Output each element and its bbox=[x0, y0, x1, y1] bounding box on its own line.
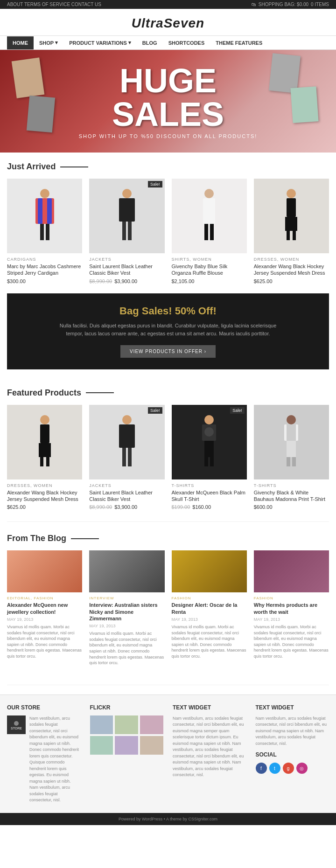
blog-card[interactable]: FASHION Designer Alert: Oscar de la Rent… bbox=[172, 550, 247, 666]
product-price: $300.00 bbox=[7, 278, 82, 284]
product-image: Sale! bbox=[172, 405, 247, 479]
cart-icon: 🛍 bbox=[252, 2, 256, 7]
product-category: CARDIGANS bbox=[7, 257, 82, 262]
svg-rect-11 bbox=[203, 198, 215, 224]
product-card[interactable]: T-SHIRTS Givenchy Black & White Bauhaus … bbox=[254, 405, 329, 510]
cart-area[interactable]: 🛍 SHOPPING BAG: $0.00 0 ITEMS bbox=[252, 2, 329, 7]
flickr-thumb[interactable] bbox=[90, 736, 113, 755]
product-image bbox=[7, 179, 82, 253]
product-price: $8,990.00$3,900.00 bbox=[89, 278, 164, 284]
hero-photo-2 bbox=[27, 96, 55, 133]
svg-rect-36 bbox=[287, 424, 296, 441]
blog-card[interactable]: FASHION Why Hermès products are worth th… bbox=[254, 550, 329, 666]
bag-sales-description: Nulla facilisi. Duis aliquet egestas pur… bbox=[51, 322, 285, 338]
nav-theme-features[interactable]: THEME FEATURES bbox=[210, 36, 268, 49]
site-logo[interactable]: UltraSeven bbox=[0, 16, 336, 31]
product-category: SHIRTS, WOMEN bbox=[172, 257, 247, 262]
blog-date: MAY 19, 2013 bbox=[7, 617, 82, 622]
hero-text: HUGE SALES SHOP WITH UP TO %50 DISCOUNT … bbox=[79, 64, 258, 139]
facebook-icon[interactable]: f bbox=[256, 763, 267, 774]
section-divider bbox=[7, 521, 329, 522]
product-category: DRESSES, WOMEN bbox=[254, 257, 329, 262]
product-card[interactable]: CARDIGANS Marc by Marc Jacobs Cashmere S… bbox=[7, 179, 82, 284]
svg-rect-2 bbox=[38, 198, 42, 224]
store-widget-title: Our Store bbox=[7, 704, 81, 711]
text-widget-1-title: Text Widget bbox=[173, 704, 246, 711]
blog-excerpt: Vivamus id mollis quam. Morbi ac sodales… bbox=[254, 624, 329, 660]
just-arrived-grid: CARDIGANS Marc by Marc Jacobs Cashmere S… bbox=[7, 179, 329, 284]
flickr-thumb[interactable] bbox=[140, 736, 163, 755]
svg-point-28 bbox=[204, 415, 214, 424]
svg-rect-25 bbox=[119, 424, 135, 448]
text-widget-2: Text Widget Nam vestibulum, arcu sodales… bbox=[256, 704, 329, 804]
just-arrived-title: Just Arrived bbox=[7, 162, 329, 172]
product-card[interactable]: DRESSES, WOMEN Alexander Wang Black Hock… bbox=[254, 179, 329, 284]
blog-card[interactable]: EDITORIAL, FASHION Alexander McQueen new… bbox=[7, 550, 82, 666]
svg-rect-3 bbox=[47, 198, 52, 224]
hero-photo-1 bbox=[12, 57, 45, 98]
product-category: DRESSES, WOMEN bbox=[7, 483, 82, 488]
spacer bbox=[0, 675, 336, 685]
svg-rect-16 bbox=[285, 217, 297, 231]
blog-image bbox=[172, 550, 247, 592]
svg-point-41 bbox=[14, 721, 19, 726]
product-card[interactable]: DRESSES, WOMEN Alexander Wang Black Hock… bbox=[7, 405, 82, 510]
items-count: 0 ITEMS bbox=[311, 2, 329, 7]
hero-line1: HUGE bbox=[79, 64, 258, 97]
view-products-button[interactable]: VIEW PRODUCTS IN OFFER › bbox=[120, 345, 216, 358]
product-card[interactable]: Sale! T-SHIRTS Alexander McQueen Black P… bbox=[172, 405, 247, 510]
nav-product-variations[interactable]: PRODUCT VARIATIONS ▾ bbox=[63, 36, 137, 49]
svg-point-6 bbox=[122, 189, 132, 198]
product-name: Saint Laurent Black Leather Classic Bike… bbox=[89, 489, 164, 503]
product-category: T-SHIRTS bbox=[254, 483, 329, 488]
sale-badge: Sale! bbox=[230, 407, 245, 414]
flickr-thumb[interactable] bbox=[90, 715, 113, 734]
top-bar: ABOUT TERMS OF SERVICE CONTACT US 🛍 SHOP… bbox=[0, 0, 336, 9]
nav-shortcodes[interactable]: SHORTCODES bbox=[163, 36, 210, 49]
nav-shop[interactable]: SHOP ▾ bbox=[34, 36, 63, 49]
nav-blog[interactable]: BLOG bbox=[137, 36, 163, 49]
svg-rect-18 bbox=[293, 231, 296, 240]
nav-home[interactable]: HOME bbox=[7, 36, 34, 49]
svg-rect-7 bbox=[119, 198, 135, 222]
instagram-icon[interactable]: ◎ bbox=[296, 763, 308, 774]
svg-point-30 bbox=[204, 427, 214, 437]
product-card[interactable]: Sale! JACKETS Saint Laurent Black Leathe… bbox=[89, 179, 164, 284]
hero-photo-4 bbox=[290, 86, 318, 123]
product-price: $625.00 bbox=[7, 504, 82, 510]
footer-widgets: Our Store STORE Nam vestibulum, arcu sod… bbox=[0, 694, 336, 813]
svg-rect-38 bbox=[287, 457, 290, 466]
cart-label: SHOPPING BAG: $0.00 bbox=[259, 2, 308, 7]
svg-text:STORE: STORE bbox=[11, 727, 22, 730]
product-card[interactable]: Sale! JACKETS Saint Laurent Black Leathe… bbox=[89, 405, 164, 510]
svg-rect-32 bbox=[204, 457, 208, 466]
svg-rect-37 bbox=[287, 441, 296, 457]
blog-grid: EDITORIAL, FASHION Alexander McQueen new… bbox=[7, 550, 329, 666]
blog-tag: FASHION bbox=[172, 596, 247, 600]
hero-photo-3 bbox=[269, 53, 301, 93]
twitter-icon[interactable]: t bbox=[269, 763, 280, 774]
terms-link[interactable]: TERMS OF SERVICE bbox=[24, 2, 70, 7]
flickr-thumb[interactable] bbox=[140, 715, 163, 734]
top-bar-links[interactable]: ABOUT TERMS OF SERVICE CONTACT US bbox=[7, 2, 101, 7]
flickr-thumb[interactable] bbox=[115, 715, 138, 734]
svg-point-0 bbox=[40, 189, 49, 198]
blog-excerpt: Vivamus id mollis quam. Morbi ac sodales… bbox=[7, 624, 82, 660]
product-card[interactable]: SHIRTS, WOMEN Givenchy Baby Blue Silk Or… bbox=[172, 179, 247, 284]
googleplus-icon[interactable]: g bbox=[283, 763, 294, 774]
blog-excerpt: Vivamus id mollis quam. Morbi ac sodales… bbox=[89, 631, 164, 666]
flickr-thumb[interactable] bbox=[115, 736, 138, 755]
contact-link[interactable]: CONTACT US bbox=[71, 2, 101, 7]
bag-sales-title: Bag Sales! 50% Off! bbox=[19, 305, 317, 317]
svg-point-24 bbox=[122, 415, 132, 424]
blog-image bbox=[7, 550, 82, 592]
about-link[interactable]: ABOUT bbox=[7, 2, 23, 7]
bottom-bar-text: Powered by WordPress • A theme by CSSIgn… bbox=[119, 817, 217, 821]
blog-tag: EDITORIAL, FASHION bbox=[7, 596, 82, 600]
blog-post-title: Interview: Australian sisters Nicky and … bbox=[89, 602, 164, 622]
blog-card[interactable]: INTERVIEW Interview: Australian sisters … bbox=[89, 550, 164, 666]
chevron-down-icon: ▾ bbox=[55, 40, 58, 46]
product-name: Saint Laurent Black Leather Classic Bike… bbox=[89, 263, 164, 277]
blog-image bbox=[254, 550, 329, 592]
store-widget: Our Store STORE Nam vestibulum, arcu sod… bbox=[7, 704, 81, 804]
